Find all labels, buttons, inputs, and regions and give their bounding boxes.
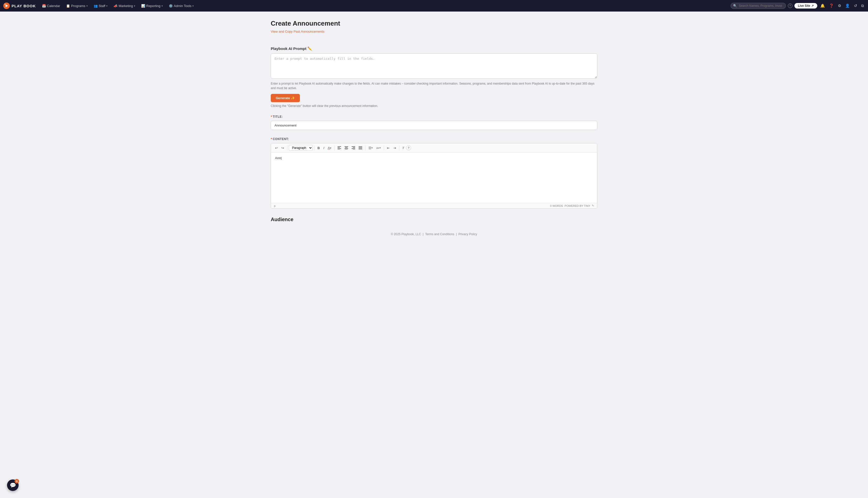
- editor-help-button[interactable]: ?: [406, 145, 411, 150]
- marketing-icon: 📣: [114, 4, 118, 8]
- bullet-list-button[interactable]: ☰▾: [367, 145, 374, 151]
- svg-rect-8: [345, 148, 348, 149]
- navbar: PLAY BOOK 📅 Calendar 📋 Programs ▾ 👥 Staf…: [0, 0, 868, 12]
- toolbar-sep-4: [365, 145, 365, 150]
- main-content: Create Announcement View and Copy Past A…: [261, 12, 607, 251]
- svg-rect-11: [353, 147, 355, 148]
- search-wrap: 🔍: [730, 3, 786, 9]
- powered-by: POWERED BY TINY: [565, 204, 590, 207]
- ai-prompt-textarea[interactable]: [271, 53, 597, 79]
- footer-privacy-link[interactable]: Privacy Policy: [458, 233, 477, 236]
- align-justify-button[interactable]: [357, 145, 364, 150]
- ai-prompt-section: Playbook AI Prompt ✏️ Enter a prompt to …: [271, 47, 597, 108]
- paragraph-style-select[interactable]: Paragraph Heading 1 Heading 2 Heading 3 …: [289, 145, 313, 151]
- admin-caret: ▾: [192, 4, 194, 7]
- undo-button[interactable]: ↩: [273, 145, 279, 151]
- svg-rect-6: [345, 146, 348, 147]
- content-editor: ↩ ↪ Paragraph Heading 1 Heading 2 Headin…: [271, 143, 597, 209]
- redo-button[interactable]: ↪: [280, 145, 286, 151]
- svg-rect-7: [345, 147, 348, 148]
- svg-rect-4: [338, 148, 341, 149]
- title-field-label: * TITLE:: [271, 115, 597, 119]
- align-left-button[interactable]: [336, 145, 342, 150]
- search-input[interactable]: [730, 3, 786, 9]
- toolbar-sep-6: [399, 145, 399, 150]
- live-site-button[interactable]: Live Site ↗: [794, 3, 817, 9]
- generate-note-text: Clicking the "Generate" button will clea…: [271, 104, 597, 108]
- bold-button[interactable]: B: [316, 145, 321, 151]
- text-color-button[interactable]: A▾: [326, 145, 333, 151]
- user-icon[interactable]: 👤: [844, 2, 851, 9]
- calendar-icon: 📅: [42, 4, 46, 8]
- svg-rect-14: [359, 146, 362, 147]
- generate-button[interactable]: Generate ✨: [271, 94, 300, 102]
- settings-icon[interactable]: ⚙: [837, 2, 842, 9]
- nav-marketing[interactable]: 📣 Marketing ▾: [111, 2, 138, 9]
- svg-rect-10: [352, 146, 355, 147]
- reporting-icon: 📊: [141, 4, 145, 8]
- ai-hint-text: Enter a prompt to let Playbook AI automa…: [271, 81, 597, 90]
- toolbar-sep-3: [334, 145, 335, 150]
- svg-rect-15: [359, 147, 362, 148]
- align-center-button[interactable]: [343, 145, 350, 150]
- title-field-section: * TITLE:: [271, 115, 597, 130]
- svg-rect-2: [338, 146, 341, 147]
- svg-rect-16: [359, 148, 362, 149]
- programs-caret: ▾: [87, 4, 88, 7]
- help-icon[interactable]: ❓: [828, 2, 835, 9]
- editor-content: Ann: [275, 156, 282, 160]
- editor-body[interactable]: Ann: [271, 153, 597, 203]
- editor-footer-right: 0 WORDS POWERED BY TINY ✎: [550, 204, 594, 207]
- nav-calendar[interactable]: 📅 Calendar: [39, 2, 63, 9]
- audience-heading: Audience: [271, 217, 597, 222]
- logo-text: PLAY BOOK: [12, 4, 36, 8]
- nav-reporting[interactable]: 📊 Reporting ▾: [139, 2, 165, 9]
- content-field-label: * CONTENT:: [271, 137, 597, 141]
- toolbar-sep-2: [314, 145, 314, 150]
- staff-caret: ▾: [106, 4, 107, 7]
- word-count: 0 WORDS: [550, 204, 563, 207]
- clear-format-button[interactable]: T: [401, 145, 406, 151]
- content-field-section: * CONTENT: ↩ ↪ Paragraph Heading 1 Headi…: [271, 137, 597, 209]
- app-logo[interactable]: PLAY BOOK: [3, 2, 36, 9]
- svg-rect-3: [338, 147, 340, 148]
- title-input[interactable]: [271, 121, 597, 130]
- page-title: Create Announcement: [271, 19, 597, 27]
- admin-icon: ⚙️: [169, 4, 173, 8]
- page-footer: © 2025 Playbook, LLC | Terms and Conditi…: [271, 233, 597, 236]
- content-required-star: *: [271, 137, 272, 141]
- nav-staff[interactable]: 👥 Staff ▾: [91, 2, 110, 9]
- notifications-icon[interactable]: 🔔: [819, 2, 826, 9]
- navbar-right: 🔍 ? Live Site ↗ 🔔 ❓ ⚙ 👤 ↺ ⧉: [730, 2, 865, 9]
- nav-admin-tools[interactable]: ⚙️ Admin Tools ▾: [166, 2, 196, 9]
- title-required-star: *: [271, 115, 272, 119]
- live-site-arrow-icon: ↗: [811, 4, 814, 8]
- staff-icon: 👥: [94, 4, 98, 8]
- editor-tag-indicator: p: [274, 204, 275, 207]
- editor-footer: p 0 WORDS POWERED BY TINY ✎: [271, 203, 597, 208]
- italic-button[interactable]: I: [322, 145, 326, 151]
- align-right-button[interactable]: [350, 145, 357, 150]
- external-link-icon[interactable]: ⧉: [860, 2, 865, 9]
- search-help-icon[interactable]: ?: [788, 3, 792, 8]
- editor-toolbar: ↩ ↪ Paragraph Heading 1 Heading 2 Headin…: [271, 143, 597, 153]
- decrease-indent-button[interactable]: ⇤: [386, 145, 391, 151]
- numbered-list-button[interactable]: ≔▾: [375, 145, 382, 151]
- increase-indent-button[interactable]: ⇥: [392, 145, 398, 151]
- toolbar-sep-1: [287, 145, 287, 150]
- tiny-edit-icon[interactable]: ✎: [592, 204, 594, 207]
- marketing-caret: ▾: [134, 4, 135, 7]
- nav-programs[interactable]: 📋 Programs ▾: [64, 2, 90, 9]
- view-past-announcements-link[interactable]: View and Copy Past Announcements: [271, 30, 324, 34]
- footer-terms-link[interactable]: Terms and Conditions: [425, 233, 454, 236]
- svg-point-1: [4, 3, 6, 5]
- programs-icon: 📋: [66, 4, 70, 8]
- reporting-caret: ▾: [161, 4, 163, 7]
- ai-prompt-label: Playbook AI Prompt ✏️: [271, 47, 597, 51]
- footer-copyright: © 2025 Playbook, LLC: [391, 233, 421, 236]
- svg-rect-12: [352, 148, 355, 149]
- history-icon[interactable]: ↺: [853, 2, 858, 9]
